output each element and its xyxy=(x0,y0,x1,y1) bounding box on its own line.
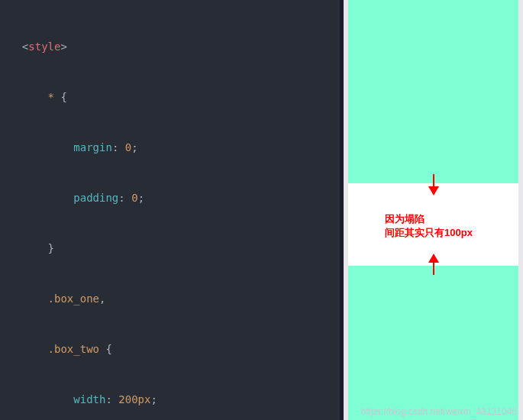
code-line: .box_one, xyxy=(0,290,340,307)
code-line: } xyxy=(0,240,340,257)
box-two xyxy=(348,266,518,420)
code-editor-pane[interactable]: <style> * { margin: 0; padding: 0; } .bo… xyxy=(0,0,340,420)
code-line: .box_two { xyxy=(0,341,340,357)
code-line: * { xyxy=(0,89,340,105)
code-line: width: 200px; xyxy=(0,391,340,408)
annotation-text: 因为塌陷 间距其实只有100px xyxy=(385,212,473,240)
preview-pane: 因为塌陷 间距其实只有100px xyxy=(340,0,523,420)
arrow-up-icon xyxy=(428,254,439,263)
arrow-down-icon xyxy=(428,186,439,195)
code-line: padding: 0; xyxy=(0,189,340,206)
watermark-text: https://blog.csdn.net/weixin_43131046 xyxy=(361,406,517,417)
code-line: margin: 0; xyxy=(0,139,340,156)
code-line: <style> xyxy=(0,38,340,55)
preview-page: 因为塌陷 间距其实只有100px xyxy=(348,0,518,420)
box-one xyxy=(348,0,518,183)
